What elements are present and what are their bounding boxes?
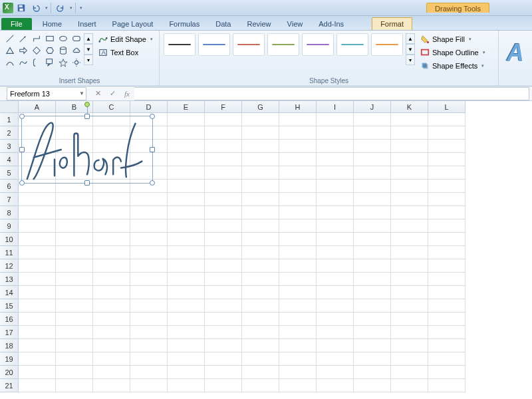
cell[interactable] (354, 339, 391, 352)
row-header[interactable]: 1 (0, 113, 19, 126)
cell[interactable] (19, 366, 56, 379)
name-box-dropdown-icon[interactable]: ▼ (79, 90, 84, 96)
cell[interactable] (56, 259, 93, 273)
gallery-up-icon[interactable]: ▲ (406, 33, 415, 44)
column-header[interactable]: K (391, 101, 428, 113)
column-header[interactable]: E (168, 101, 205, 113)
resize-handle-n[interactable] (84, 114, 90, 119)
row-header[interactable]: 7 (0, 193, 19, 206)
cell[interactable] (242, 193, 279, 206)
cell[interactable] (279, 352, 317, 366)
cell[interactable] (428, 366, 466, 379)
select-all-corner[interactable] (0, 101, 19, 113)
cell[interactable] (168, 299, 205, 313)
cell[interactable] (93, 233, 130, 246)
tab-file[interactable]: File (1, 18, 32, 30)
cell[interactable] (428, 166, 466, 180)
cell[interactable] (168, 180, 205, 193)
cell[interactable] (354, 193, 391, 206)
cell[interactable] (279, 326, 317, 339)
cell[interactable] (279, 339, 317, 352)
shape-rectangle-icon[interactable] (44, 33, 56, 44)
cell[interactable] (168, 366, 205, 379)
cell[interactable] (354, 366, 391, 379)
cell[interactable] (93, 352, 130, 366)
cell[interactable] (317, 153, 354, 166)
shape-line-icon[interactable] (4, 33, 16, 44)
row-header[interactable]: 19 (0, 352, 19, 366)
cell[interactable] (56, 313, 93, 326)
redo-button[interactable] (54, 1, 67, 15)
shape-arrow-icon[interactable] (17, 33, 29, 44)
resize-handle-s[interactable] (84, 180, 90, 186)
cell[interactable] (168, 113, 205, 126)
cell[interactable] (130, 206, 168, 219)
cell[interactable] (242, 113, 279, 126)
row-header[interactable]: 15 (0, 299, 19, 313)
cell[interactable] (130, 286, 168, 299)
cell[interactable] (317, 166, 354, 180)
cell[interactable] (168, 339, 205, 352)
gallery-down-icon[interactable]: ▼ (84, 44, 93, 55)
cell[interactable] (279, 126, 317, 140)
cell[interactable] (19, 246, 56, 259)
cell[interactable] (19, 233, 56, 246)
row-header[interactable]: 9 (0, 219, 19, 233)
column-header[interactable]: C (93, 101, 130, 113)
row-header[interactable]: 5 (0, 166, 19, 180)
cell[interactable] (93, 273, 130, 286)
row-header[interactable]: 21 (0, 379, 19, 392)
cell[interactable] (317, 299, 354, 313)
cell[interactable] (205, 379, 242, 392)
cell[interactable] (205, 233, 242, 246)
cell[interactable] (279, 233, 317, 246)
cell[interactable] (168, 326, 205, 339)
cell[interactable] (317, 113, 354, 126)
cell[interactable] (428, 206, 466, 219)
cell[interactable] (317, 286, 354, 299)
cell[interactable] (354, 326, 391, 339)
rotate-handle[interactable] (84, 102, 90, 107)
cell[interactable] (391, 113, 428, 126)
cell[interactable] (279, 206, 317, 219)
text-box-button[interactable]: A Text Box (96, 47, 156, 59)
cell[interactable] (242, 140, 279, 153)
cell[interactable] (317, 206, 354, 219)
cell[interactable] (93, 326, 130, 339)
cell[interactable] (168, 126, 205, 140)
cell[interactable] (19, 326, 56, 339)
gallery-more-icon[interactable]: ▾ (84, 55, 93, 65)
cell[interactable] (279, 313, 317, 326)
tab-view[interactable]: View (279, 18, 311, 30)
cancel-formula-button[interactable]: ✕ (90, 88, 105, 100)
shape-sun-icon[interactable] (70, 57, 82, 68)
cell[interactable] (428, 299, 466, 313)
name-box[interactable]: Freeform 13 ▼ (7, 87, 86, 100)
cell[interactable] (317, 126, 354, 140)
shape-connector-icon[interactable] (31, 33, 43, 44)
cell[interactable] (279, 273, 317, 286)
cell[interactable] (93, 366, 130, 379)
cell[interactable] (391, 366, 428, 379)
cell[interactable] (130, 352, 168, 366)
cell[interactable] (391, 313, 428, 326)
cell[interactable] (242, 379, 279, 392)
cell[interactable] (56, 379, 93, 392)
cell[interactable] (242, 299, 279, 313)
shape-oval-icon[interactable] (57, 33, 69, 44)
shape-style-thumb[interactable] (233, 33, 265, 56)
cell[interactable] (93, 219, 130, 233)
row-header[interactable]: 18 (0, 339, 19, 352)
cell[interactable] (205, 219, 242, 233)
shape-style-thumb[interactable] (302, 33, 334, 56)
cell[interactable] (279, 299, 317, 313)
shape-style-thumb[interactable] (164, 33, 196, 56)
cell[interactable] (317, 140, 354, 153)
cell[interactable] (354, 233, 391, 246)
cell[interactable] (279, 246, 317, 259)
shape-hexagon-icon[interactable] (44, 45, 56, 56)
column-header[interactable]: H (279, 101, 317, 113)
shape-curve-icon[interactable] (4, 57, 16, 68)
cell[interactable] (168, 352, 205, 366)
shape-triangle-icon[interactable] (4, 45, 16, 56)
